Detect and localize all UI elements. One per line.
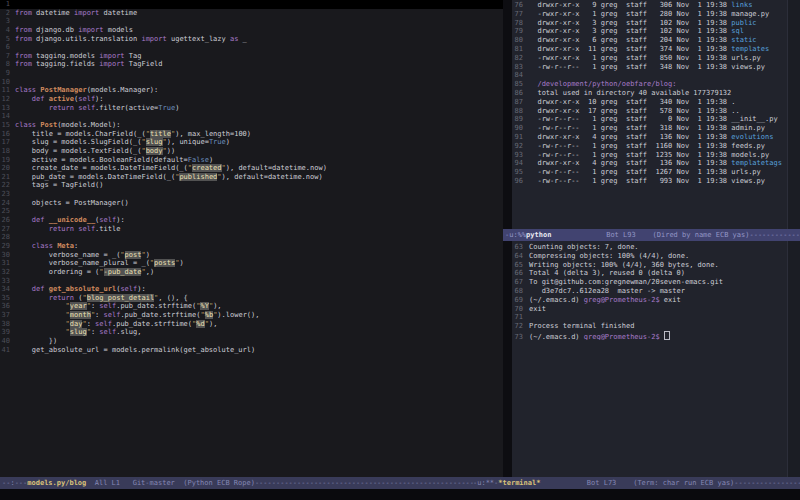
line-number: 65 [512, 261, 529, 270]
code-line: 34 def get_absolute_url(self): [0, 285, 503, 294]
code-line: 30 verbose_name = _("post") [0, 251, 503, 260]
string-content: day [70, 320, 83, 328]
line-number: 32 [0, 268, 15, 277]
text: To git@github.com:gregnewman/20seven-ema… [529, 278, 723, 286]
code-line: 25 [0, 207, 503, 216]
line-number: 25 [0, 207, 15, 216]
constant: True [209, 138, 226, 146]
terminal-cursor [664, 331, 670, 340]
text: django.utils.translation [32, 35, 142, 43]
line-number: 26 [0, 216, 15, 225]
definition-name: Post [40, 121, 57, 129]
minibuffer[interactable] [0, 489, 800, 500]
text [15, 104, 49, 112]
line-number: 29 [0, 242, 15, 251]
buffer-name: *terminal* [498, 479, 540, 487]
text: ordering = ( [15, 268, 99, 276]
code-line: 27 return self.title [0, 225, 503, 234]
line-number: 86 [512, 89, 529, 98]
text: total used in directory 40 available 177… [529, 89, 731, 97]
code-line: 31 verbose_name_plural = _("posts") [0, 259, 503, 268]
line-number: 17 [0, 138, 15, 147]
dired-line: 83 -rw-r--r-- 1 greg staff 348 Nov 1 19:… [512, 63, 800, 72]
terminal-window[interactable]: 63Counting objects: 7, done.64Compressin… [512, 241, 800, 479]
terminal-line: 67To git@github.com:gregnewman/20seven-e… [512, 278, 800, 287]
line-number: 91 [512, 133, 529, 142]
terminal-line: 71 [512, 313, 800, 322]
keyword: return [49, 104, 74, 112]
line-number: 63 [512, 243, 529, 252]
dired-line: 91 drwxr-xr-x 4 greg staff 136 Nov 1 19:… [512, 133, 800, 142]
text: -rw-r--r-- 1 greg staff 318 Nov 1 19:38 … [529, 124, 765, 132]
string-content: month [70, 311, 91, 319]
line-number: 23 [0, 190, 15, 199]
keyword: self [99, 216, 116, 224]
line-number: 7 [0, 52, 15, 61]
code-line: 10 [0, 78, 503, 87]
terminal-modeline: -u:**-*terminal* Bot L73 (Term: char run… [473, 477, 800, 489]
string-content: slug [146, 138, 163, 146]
dired-line: 93 -rw-r--r-- 1 greg staff 1235 Nov 1 19… [512, 151, 800, 160]
emacs-frame: 12from datetime import datetime34from dj… [0, 0, 800, 500]
text: drwxr-xr-x 17 greg staff 578 Nov 1 19:38… [529, 107, 740, 115]
text: create_date = models.DateTimeField(_( [15, 164, 188, 172]
line-number: 87 [512, 98, 529, 107]
code-line: 12 def active(self): [0, 95, 503, 104]
text: : [95, 311, 103, 319]
code-line: 35 return ("blog_post_detail", (), { [0, 294, 503, 303]
keyword: class [15, 121, 36, 129]
string-content: created [192, 164, 222, 172]
text: -rw-r--r-- 1 greg staff 1235 Nov 1 19:38… [529, 151, 769, 159]
code-line: 20 create_date = models.DateTimeField(_(… [0, 164, 503, 173]
text: .title [95, 225, 120, 233]
line-number: 19 [0, 156, 15, 165]
line-number: 40 [0, 337, 15, 346]
line-number: 4 [0, 26, 15, 35]
line-number: 6 [0, 43, 15, 52]
dired-line: 76 drwxr-xr-x 9 greg staff 306 Nov 1 19:… [512, 1, 800, 10]
text: tags = TagField() [15, 181, 104, 189]
text: (models.Manager): [87, 86, 159, 94]
dired-line: 87 drwxr-xr-x 10 greg staff 340 Nov 1 19… [512, 98, 800, 107]
line-number: 2 [0, 9, 15, 18]
definition-name: get_absolute_url [49, 285, 116, 293]
text [15, 285, 32, 293]
text [15, 311, 66, 319]
string-content: %d [196, 320, 204, 328]
modeline-text: -u:**- [473, 479, 498, 487]
dired-modeline: -u:%%python Bot L93 (Dired by name ECB y… [503, 229, 800, 241]
keyword: self [78, 95, 95, 103]
dired-line: 88 drwxr-xr-x 17 greg staff 578 Nov 1 19… [512, 107, 800, 116]
code-line: 29 class Meta: [0, 242, 503, 251]
directory-name: templates [731, 45, 769, 53]
keyword: from [15, 60, 32, 68]
directory-name: public [731, 19, 756, 27]
text: Total 4 (delta 3), reused 0 (delta 0) [529, 269, 685, 277]
text [15, 95, 32, 103]
code-line: 2from datetime import datetime [0, 9, 503, 18]
dired-line: 89 -rw-r--r-- 1 greg staff 0 Nov 1 19:38… [512, 115, 800, 124]
terminal-line: 72Process terminal finished [512, 322, 800, 331]
text: )) [167, 147, 175, 155]
line-number: 8 [0, 60, 15, 69]
line-number: 82 [512, 54, 529, 63]
keyword: self [120, 285, 137, 293]
keyword: from [15, 26, 32, 34]
line-number: 90 [512, 124, 529, 133]
keyword: self [95, 320, 112, 328]
python-code-window[interactable]: 12from datetime import datetime34from dj… [0, 0, 503, 477]
code-line: 32 ordering = ("-pub_date",) [0, 268, 503, 277]
dired-window[interactable]: 76 drwxr-xr-x 9 greg staff 306 Nov 1 19:… [512, 0, 800, 230]
text [15, 320, 66, 328]
line-number: 88 [512, 107, 529, 116]
directory-name: templatetags [731, 159, 782, 167]
definition-name: PostManager [40, 86, 86, 94]
buffer-name: python [526, 231, 551, 239]
text: ): [95, 95, 103, 103]
text: ) [146, 251, 150, 259]
directory-name: evolutions [731, 133, 773, 141]
text: -rw-r--r-- 1 greg staff 1267 Nov 1 19:38… [529, 168, 761, 176]
line-number: 31 [0, 259, 15, 268]
terminal-line: 65Writing objects: 100% (4/4), 360 bytes… [512, 261, 800, 270]
text: ), [213, 302, 221, 310]
